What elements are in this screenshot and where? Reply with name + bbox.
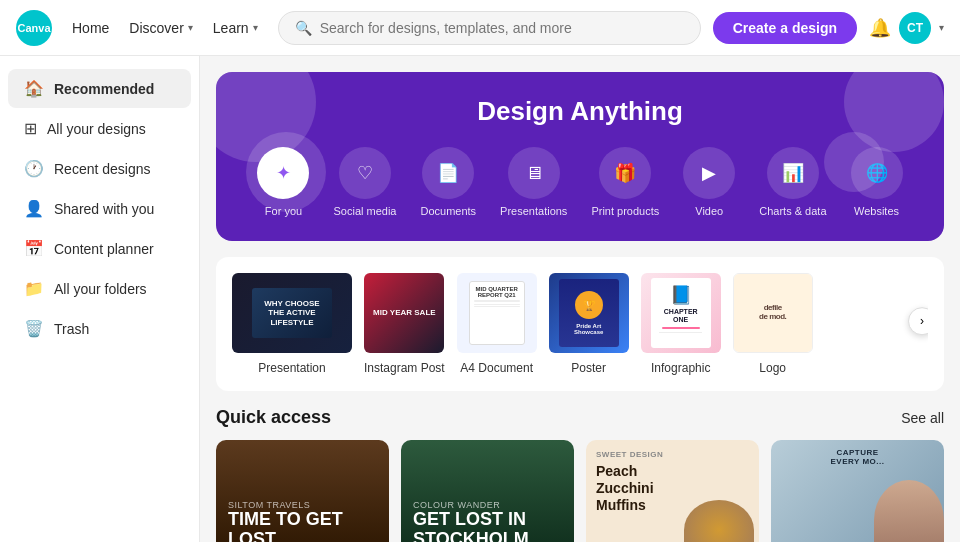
user-icon: 👤 bbox=[24, 199, 44, 218]
quick-access-section: Quick access See all SILTOM TRAVELS TIME… bbox=[216, 407, 944, 542]
hero-icon-for-you[interactable]: ✦ For you bbox=[257, 147, 309, 217]
instagram-thumb: MID YEAR SALE bbox=[364, 273, 444, 353]
print-icon: 🎁 bbox=[614, 162, 636, 184]
canva-logo[interactable]: Canva bbox=[16, 10, 52, 46]
sidebar-item-folders[interactable]: 📁 All your folders bbox=[8, 269, 191, 308]
document-thumb: MID QUARTER REPORT Q21 bbox=[457, 273, 537, 353]
grid-icon: ⊞ bbox=[24, 119, 37, 138]
home-icon: 🏠 bbox=[24, 79, 44, 98]
calendar-icon: 📅 bbox=[24, 239, 44, 258]
for-you-circle: ✦ bbox=[257, 147, 309, 199]
hero-icon-print[interactable]: 🎁 Print products bbox=[591, 147, 659, 217]
hero-icon-video[interactable]: ▶ Video bbox=[683, 147, 735, 217]
hero-banner: Design Anything ✦ For you ♡ Social media bbox=[216, 72, 944, 241]
quick-item-2-text: COLOUR WANDER GET LOST IN STOCKHOLM bbox=[401, 490, 574, 542]
presentations-circle: 🖥 bbox=[508, 147, 560, 199]
quick-item-capture[interactable]: CAPTUREEVERY MO... bbox=[771, 440, 944, 542]
hero-icon-websites[interactable]: 🌐 Websites bbox=[851, 147, 903, 217]
avatar[interactable]: CT bbox=[899, 12, 931, 44]
avatar-chevron-icon[interactable]: ▾ bbox=[939, 22, 944, 33]
template-logo[interactable]: defilede mod. Logo bbox=[733, 273, 813, 375]
nav-learn[interactable]: Learn ▾ bbox=[205, 14, 266, 42]
hero-title: Design Anything bbox=[240, 96, 920, 127]
nav-discover[interactable]: Discover ▾ bbox=[121, 14, 200, 42]
hero-icon-documents[interactable]: 📄 Documents bbox=[420, 147, 476, 217]
capture-subtitle: CAPTUREEVERY MO... bbox=[771, 448, 944, 466]
sidebar-item-all-designs[interactable]: ⊞ All your designs bbox=[8, 109, 191, 148]
social-circle: ♡ bbox=[339, 147, 391, 199]
template-poster[interactable]: 🏆 Pride Art Showcase Poster bbox=[549, 273, 629, 375]
star-icon: ✦ bbox=[276, 162, 291, 184]
templates-section: WHY CHOOSE THE ACTIVE LIFESTYLE Presenta… bbox=[216, 257, 944, 391]
learn-chevron-icon: ▾ bbox=[253, 22, 258, 33]
sidebar-item-recommended[interactable]: 🏠 Recommended bbox=[8, 69, 191, 108]
website-icon: 🌐 bbox=[866, 162, 888, 184]
poster-thumb: 🏆 Pride Art Showcase bbox=[549, 273, 629, 353]
discover-chevron-icon: ▾ bbox=[188, 22, 193, 33]
template-instagram[interactable]: MID YEAR SALE Instagram Post bbox=[364, 273, 445, 375]
nav-home[interactable]: Home bbox=[64, 14, 117, 42]
create-design-button[interactable]: Create a design bbox=[713, 12, 857, 44]
template-infographic[interactable]: 📘 CHAPTER ONE Infographic bbox=[641, 273, 721, 375]
websites-circle: 🌐 bbox=[851, 147, 903, 199]
print-circle: 🎁 bbox=[599, 147, 651, 199]
hero-icon-presentations[interactable]: 🖥 Presentations bbox=[500, 147, 567, 217]
document-icon: 📄 bbox=[437, 162, 459, 184]
sidebar-item-content-planner[interactable]: 📅 Content planner bbox=[8, 229, 191, 268]
documents-circle: 📄 bbox=[422, 147, 474, 199]
infographic-thumb: 📘 CHAPTER ONE bbox=[641, 273, 721, 353]
hero-icon-charts[interactable]: 📊 Charts & data bbox=[759, 147, 826, 217]
main-content: Design Anything ✦ For you ♡ Social media bbox=[200, 56, 960, 542]
quick-item-muffins[interactable]: SWEET DESIGN PeachZucchiniMuffins bbox=[586, 440, 759, 542]
templates-next-button[interactable]: › bbox=[908, 307, 928, 335]
template-presentation[interactable]: WHY CHOOSE THE ACTIVE LIFESTYLE Presenta… bbox=[232, 273, 352, 375]
main-nav: Home Discover ▾ Learn ▾ bbox=[64, 14, 266, 42]
template-document[interactable]: MID QUARTER REPORT Q21 A4 Document bbox=[457, 273, 537, 375]
presentation-thumb: WHY CHOOSE THE ACTIVE LIFESTYLE bbox=[232, 273, 352, 353]
search-bar: 🔍 bbox=[278, 11, 701, 45]
quick-main-text-1: TIME TO GET LOST bbox=[228, 510, 377, 542]
quick-item-stockholm[interactable]: COLOUR WANDER GET LOST IN STOCKHOLM bbox=[401, 440, 574, 542]
app-layout: 🏠 Recommended ⊞ All your designs 🕐 Recen… bbox=[0, 56, 960, 542]
templates-row: WHY CHOOSE THE ACTIVE LIFESTYLE Presenta… bbox=[232, 273, 928, 375]
search-icon: 🔍 bbox=[295, 20, 312, 36]
heart-icon: ♡ bbox=[357, 162, 373, 184]
search-input[interactable] bbox=[320, 20, 684, 36]
logo-thumb: defilede mod. bbox=[733, 273, 813, 353]
quick-access-title: Quick access bbox=[216, 407, 331, 428]
header: Canva Home Discover ▾ Learn ▾ 🔍 Create a… bbox=[0, 0, 960, 56]
quick-main-text-2: GET LOST IN STOCKHOLM bbox=[413, 510, 562, 542]
sidebar-item-recent[interactable]: 🕐 Recent designs bbox=[8, 149, 191, 188]
video-circle: ▶ bbox=[683, 147, 735, 199]
quick-access-header: Quick access See all bbox=[216, 407, 944, 428]
sidebar: 🏠 Recommended ⊞ All your designs 🕐 Recen… bbox=[0, 56, 200, 542]
presentation-icon: 🖥 bbox=[525, 163, 543, 184]
charts-circle: 📊 bbox=[767, 147, 819, 199]
quick-item-time-to-get-lost[interactable]: SILTOM TRAVELS TIME TO GET LOST bbox=[216, 440, 389, 542]
video-icon: ▶ bbox=[702, 162, 716, 184]
quick-access-grid: SILTOM TRAVELS TIME TO GET LOST COLOUR W… bbox=[216, 440, 944, 542]
muffin-subtitle: SWEET DESIGN bbox=[596, 450, 749, 459]
notification-bell-icon[interactable]: 🔔 bbox=[869, 17, 891, 39]
chart-icon: 📊 bbox=[782, 162, 804, 184]
muffin-image bbox=[679, 490, 759, 542]
quick-item-1-text: SILTOM TRAVELS TIME TO GET LOST bbox=[216, 490, 389, 542]
hero-category-icons: ✦ For you ♡ Social media 📄 Documents bbox=[240, 147, 920, 217]
sidebar-item-shared[interactable]: 👤 Shared with you bbox=[8, 189, 191, 228]
folder-icon: 📁 bbox=[24, 279, 44, 298]
camera-person-image bbox=[854, 470, 944, 542]
sidebar-item-trash[interactable]: 🗑️ Trash bbox=[8, 309, 191, 348]
trash-icon: 🗑️ bbox=[24, 319, 44, 338]
hero-icon-social[interactable]: ♡ Social media bbox=[333, 147, 396, 217]
see-all-link[interactable]: See all bbox=[901, 410, 944, 426]
header-icons: 🔔 CT ▾ bbox=[869, 12, 944, 44]
clock-icon: 🕐 bbox=[24, 159, 44, 178]
